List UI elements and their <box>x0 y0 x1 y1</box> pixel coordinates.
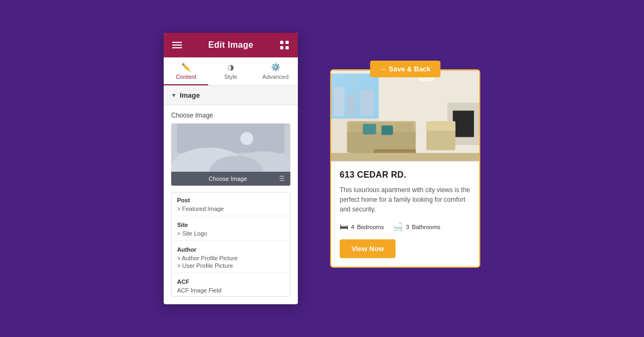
dropdown-item-featured-image[interactable]: > Featured Image <box>177 205 284 213</box>
tab-style[interactable]: ◑ Style <box>208 57 253 85</box>
bath-icon: 🛁 <box>392 222 403 232</box>
bedrooms-count: 4 <box>351 224 354 230</box>
main-container: Edit Image ✏️ Content ◑ Style ⚙️ <box>0 0 644 337</box>
content-tab-icon: ✏️ <box>181 63 191 71</box>
edit-panel: Edit Image ✏️ Content ◑ Style ⚙️ <box>164 33 298 304</box>
bedrooms-feature: 🛏 4 Bedrooms <box>340 222 384 232</box>
choose-image-section: Choose Image Choose Image ☰ <box>164 105 298 192</box>
property-card: 613 CEDAR RD. This luxurious apartment w… <box>330 69 480 268</box>
dropdown-group-site: Site > Site Logo <box>172 217 290 239</box>
card-title: 613 CEDAR RD. <box>340 170 471 180</box>
svg-rect-28 <box>394 122 413 132</box>
tab-advanced[interactable]: ⚙️ Advanced <box>253 57 298 85</box>
view-now-button[interactable]: View Now <box>340 239 396 258</box>
svg-rect-3 <box>286 46 289 49</box>
save-back-button[interactable]: ← Save & Back <box>370 61 441 77</box>
edit-panel-header: Edit Image <box>164 33 298 57</box>
choose-image-bar[interactable]: Choose Image ☰ <box>171 172 290 186</box>
dropdown-group-acf-title: ACF <box>177 279 284 285</box>
dropdown-list: Post > Featured Image Site > Site Logo A… <box>171 192 290 297</box>
tab-advanced-label: Advanced <box>262 74 289 80</box>
list-icon: ☰ <box>279 175 285 182</box>
svg-rect-33 <box>426 121 455 131</box>
card-description: This luxurious apartment with city views… <box>340 185 471 214</box>
card-image <box>331 70 479 162</box>
collapse-arrow: ▼ <box>171 92 177 98</box>
svg-rect-23 <box>453 111 474 137</box>
grid-icon[interactable] <box>280 40 289 50</box>
svg-rect-17 <box>334 87 345 116</box>
svg-point-6 <box>240 132 253 145</box>
svg-rect-2 <box>280 46 283 49</box>
choose-image-label: Choose Image <box>171 112 290 119</box>
tabs-bar: ✏️ Content ◑ Style ⚙️ Advanced <box>164 57 298 86</box>
svg-rect-18 <box>347 95 355 116</box>
card-features: 🛏 4 Bedrooms 🛁 3 Bathrooms <box>340 222 471 232</box>
dropdown-group-acf: ACF ACF Image Field <box>172 274 290 296</box>
right-panel: ← Save & Back <box>330 69 480 268</box>
bathrooms-count: 3 <box>406 224 409 230</box>
dropdown-item-acf-image[interactable]: ACF Image Field <box>177 287 284 294</box>
svg-rect-30 <box>382 126 393 135</box>
image-section-header: ▼ Image <box>164 86 298 105</box>
svg-rect-0 <box>280 41 283 44</box>
svg-rect-5 <box>177 123 284 153</box>
dropdown-item-site-logo[interactable]: > Site Logo <box>177 230 284 237</box>
dropdown-item-author-profile[interactable]: > Author Profile Picture <box>177 254 284 262</box>
dropdown-group-author: Author > Author Profile Picture > User P… <box>172 242 290 272</box>
panel-title: Edit Image <box>208 40 253 50</box>
choose-image-button-label: Choose Image <box>177 175 279 182</box>
style-tab-icon: ◑ <box>228 63 234 71</box>
image-section-title: Image <box>180 91 200 99</box>
dropdown-item-user-profile[interactable]: > User Profile Picture <box>177 262 284 269</box>
bed-icon: 🛏 <box>340 222 348 232</box>
tab-content-label: Content <box>175 74 196 80</box>
advanced-tab-icon: ⚙️ <box>271 63 280 71</box>
dropdown-group-post-title: Post <box>177 197 284 203</box>
dropdown-group-post: Post > Featured Image <box>172 193 290 215</box>
svg-rect-34 <box>331 153 479 161</box>
tab-content[interactable]: ✏️ Content <box>164 57 208 85</box>
tab-style-label: Style <box>224 74 237 80</box>
save-back-label: ← Save & Back <box>380 65 431 73</box>
bathrooms-feature: 🛁 3 Bathrooms <box>392 222 440 232</box>
bathrooms-label: Bathrooms <box>412 224 440 230</box>
bedrooms-label: Bedrooms <box>357 224 384 230</box>
svg-rect-19 <box>360 90 374 116</box>
dropdown-group-author-title: Author <box>177 246 284 253</box>
hamburger-icon[interactable] <box>172 42 182 48</box>
svg-rect-1 <box>286 41 289 44</box>
card-body: 613 CEDAR RD. This luxurious apartment w… <box>331 162 479 267</box>
dropdown-group-site-title: Site <box>177 222 284 228</box>
image-placeholder <box>171 123 290 172</box>
svg-rect-29 <box>363 124 376 135</box>
